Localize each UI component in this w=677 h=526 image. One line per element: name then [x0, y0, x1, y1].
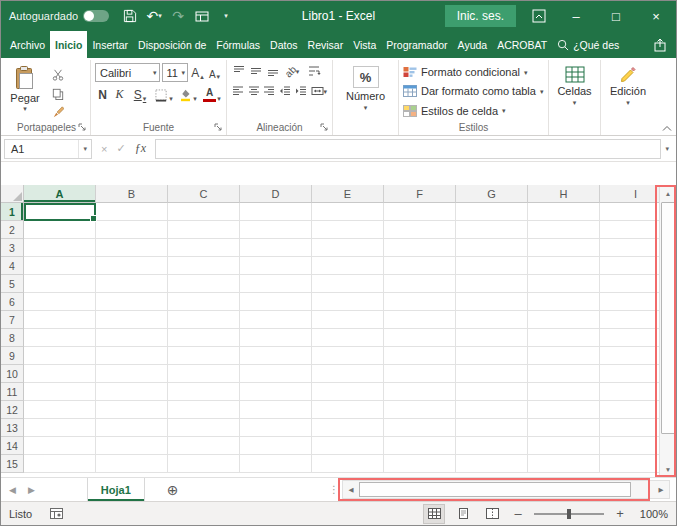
cell-e13[interactable] — [312, 419, 384, 437]
cell-a2[interactable] — [24, 221, 96, 239]
column-header-i[interactable]: I — [600, 185, 661, 203]
row-header-5[interactable]: 5 — [1, 275, 24, 293]
enter-button[interactable]: ✓ — [116, 142, 125, 155]
touch-mouse-mode-button[interactable] — [193, 5, 211, 27]
row-header-7[interactable]: 7 — [1, 311, 24, 329]
sign-in-button[interactable]: Inic. ses. — [445, 5, 516, 27]
zoom-in-button[interactable]: + — [613, 506, 627, 521]
cell-f3[interactable] — [384, 239, 456, 257]
cell-a13[interactable] — [24, 419, 96, 437]
cell-i11[interactable] — [600, 383, 661, 401]
cell-d3[interactable] — [240, 239, 312, 257]
cell-e10[interactable] — [312, 365, 384, 383]
zoom-slider[interactable] — [534, 513, 604, 515]
column-header-b[interactable]: B — [96, 185, 168, 203]
ribbon-tab-insertar[interactable]: Insertar — [87, 31, 133, 58]
cell-h3[interactable] — [528, 239, 600, 257]
cell-e4[interactable] — [312, 257, 384, 275]
save-button[interactable] — [121, 5, 139, 27]
cell-c11[interactable] — [168, 383, 240, 401]
cell-g3[interactable] — [456, 239, 528, 257]
cell-i12[interactable] — [600, 401, 661, 419]
cell-i14[interactable] — [600, 437, 661, 455]
cell-f2[interactable] — [384, 221, 456, 239]
cell-e14[interactable] — [312, 437, 384, 455]
cell-c10[interactable] — [168, 365, 240, 383]
cell-f12[interactable] — [384, 401, 456, 419]
cell-d11[interactable] — [240, 383, 312, 401]
cell-g6[interactable] — [456, 293, 528, 311]
align-middle-button[interactable] — [248, 63, 263, 79]
cell-g14[interactable] — [456, 437, 528, 455]
decrease-font-size-button[interactable]: A▾ — [207, 64, 222, 82]
orientation-button[interactable]: ab▾ — [282, 63, 302, 79]
customize-quick-access-button[interactable]: ▾ — [217, 5, 235, 27]
row-header-11[interactable]: 11 — [1, 383, 24, 401]
cell-a6[interactable] — [24, 293, 96, 311]
cell-i5[interactable] — [600, 275, 661, 293]
undo-button[interactable]: ↶▾ — [145, 5, 163, 27]
collapse-ribbon-button[interactable] — [662, 125, 672, 132]
scroll-right-button[interactable]: ▶ — [653, 481, 669, 498]
cell-c15[interactable] — [168, 455, 240, 473]
tab-scrollbar-splitter[interactable]: ⋮ — [329, 478, 339, 501]
row-header-2[interactable]: 2 — [1, 221, 24, 239]
copy-button[interactable] — [49, 86, 67, 102]
name-box-caret[interactable]: ▾ — [78, 140, 91, 158]
cell-g9[interactable] — [456, 347, 528, 365]
cell-c8[interactable] — [168, 329, 240, 347]
cell-g2[interactable] — [456, 221, 528, 239]
cell-h6[interactable] — [528, 293, 600, 311]
cell-d10[interactable] — [240, 365, 312, 383]
expand-formula-bar-button[interactable]: ▾ — [661, 145, 673, 153]
cell-a8[interactable] — [24, 329, 96, 347]
cell-c6[interactable] — [168, 293, 240, 311]
row-header-15[interactable]: 15 — [1, 455, 24, 473]
cell-f6[interactable] — [384, 293, 456, 311]
zoom-out-button[interactable]: – — [511, 506, 525, 521]
normal-view-button[interactable] — [424, 505, 444, 523]
horizontal-scrollbar[interactable]: ◀ ▶ — [342, 480, 670, 499]
next-sheet-button[interactable]: ▶ — [28, 485, 35, 495]
align-bottom-button[interactable] — [265, 63, 280, 79]
ribbon-display-options-button[interactable] — [532, 9, 546, 23]
ribbon-tab-archivo[interactable]: Archivo — [5, 31, 50, 58]
cell-e2[interactable] — [312, 221, 384, 239]
close-button[interactable]: × — [636, 1, 676, 31]
cell-e6[interactable] — [312, 293, 384, 311]
cell-a14[interactable] — [24, 437, 96, 455]
cell-a7[interactable] — [24, 311, 96, 329]
align-left-button[interactable] — [231, 83, 245, 99]
cell-e9[interactable] — [312, 347, 384, 365]
borders-button[interactable]: ▾ — [153, 86, 175, 104]
align-top-button[interactable] — [231, 63, 246, 79]
ribbon-tab-ayuda[interactable]: Ayuda — [453, 31, 493, 58]
underline-button[interactable]: S▾ — [129, 86, 151, 104]
cell-d13[interactable] — [240, 419, 312, 437]
ribbon-tab-vista[interactable]: Vista — [348, 31, 381, 58]
column-header-h[interactable]: H — [528, 185, 600, 203]
cell-i8[interactable] — [600, 329, 661, 347]
cell-g10[interactable] — [456, 365, 528, 383]
cell-c7[interactable] — [168, 311, 240, 329]
cell-d6[interactable] — [240, 293, 312, 311]
cell-e3[interactable] — [312, 239, 384, 257]
cell-d1[interactable] — [240, 203, 312, 221]
ribbon-tab-acrobat[interactable]: ACROBAT — [492, 31, 552, 58]
cut-button[interactable] — [49, 67, 67, 83]
cell-i4[interactable] — [600, 257, 661, 275]
cell-a10[interactable] — [24, 365, 96, 383]
cell-styles-button[interactable]: Estilos de celda ▾ — [403, 102, 544, 120]
ribbon-tab-programador[interactable]: Programador — [381, 31, 452, 58]
page-layout-view-button[interactable] — [453, 505, 473, 523]
cell-a11[interactable] — [24, 383, 96, 401]
clipboard-dialog-launcher[interactable] — [77, 122, 88, 133]
share-button[interactable] — [644, 31, 676, 58]
cell-i13[interactable] — [600, 419, 661, 437]
column-header-e[interactable]: E — [312, 185, 384, 203]
minimize-button[interactable]: – — [556, 1, 596, 31]
cell-b10[interactable] — [96, 365, 168, 383]
cell-f5[interactable] — [384, 275, 456, 293]
bold-button[interactable]: N — [95, 86, 110, 104]
cell-d9[interactable] — [240, 347, 312, 365]
